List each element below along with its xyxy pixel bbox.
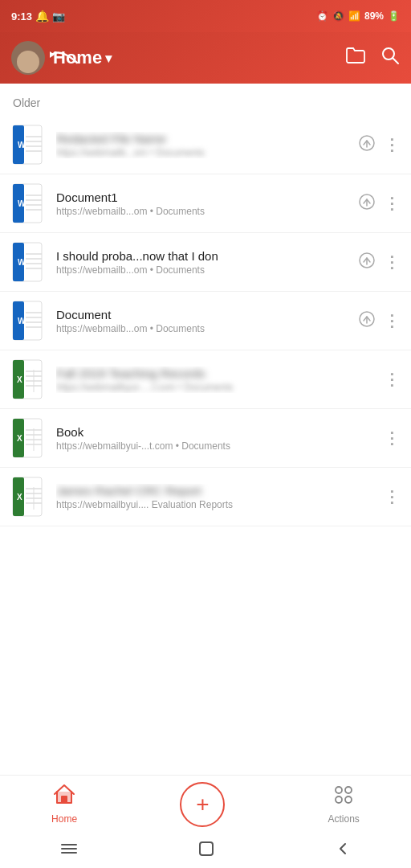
svg-text:X: X	[17, 493, 22, 502]
more-options-icon[interactable]: ⋮	[384, 311, 400, 330]
file-info: I should proba...now that I don https://…	[56, 249, 348, 276]
status-left: 9:13 🔔 📷	[11, 10, 65, 23]
home-icon	[53, 784, 75, 810]
actions-icon	[332, 784, 355, 810]
file-actions: ⋮	[358, 134, 400, 156]
header-left: Home ▾	[11, 41, 345, 75]
svg-text:X: X	[17, 375, 22, 384]
svg-rect-71	[200, 842, 213, 855]
svg-rect-63	[61, 796, 67, 803]
file-name: I should proba...now that I don	[56, 249, 265, 263]
svg-text:W: W	[18, 317, 26, 326]
screenshot-icon: 📷	[52, 10, 65, 23]
system-nav-bar	[0, 833, 411, 868]
file-info: Fall 2019 Teaching Records https://webma…	[56, 366, 374, 393]
actions-nav-label: Actions	[328, 813, 360, 825]
more-options-icon[interactable]: ⋮	[384, 487, 400, 506]
more-options-icon[interactable]: ⋮	[384, 252, 400, 272]
file-actions: ⋮	[358, 310, 400, 332]
svg-text:W: W	[18, 141, 26, 149]
alarm-icon: ⏰	[316, 10, 328, 22]
file-actions: ⋮	[358, 252, 400, 273]
file-actions: ⋮	[384, 370, 400, 389]
list-item[interactable]: X Book https://webmailbyui-...t.com • Do…	[0, 409, 411, 468]
back-button[interactable]	[335, 841, 351, 861]
header-title[interactable]: Home ▾	[53, 47, 112, 68]
svg-point-65	[345, 787, 352, 793]
more-options-icon[interactable]: ⋮	[384, 370, 400, 389]
file-sub: https://webmailbyui-...t.com • Documents	[56, 440, 281, 452]
file-sub: https://webmailb...om • Documents	[56, 206, 281, 217]
file-name: Document	[56, 308, 265, 321]
search-icon[interactable]	[380, 46, 400, 70]
file-name: James Rachel CRC Report	[56, 484, 265, 497]
bottom-nav: Home + Actions	[0, 775, 411, 833]
more-options-icon[interactable]: ⋮	[384, 428, 400, 448]
word-file-icon: W	[11, 182, 47, 224]
file-actions: ⋮	[384, 428, 400, 448]
more-options-icon[interactable]: ⋮	[384, 135, 400, 154]
list-item[interactable]: W Redacted File Name https://webmailb...…	[0, 116, 411, 174]
file-name: Redacted File Name	[56, 132, 265, 145]
signal-icon: 📶	[348, 10, 360, 22]
status-bar: 9:13 🔔 📷 ⏰ 🔕 📶 89% 🔋	[0, 0, 411, 32]
mute-icon: 🔕	[332, 10, 344, 22]
battery-display: 89%	[364, 10, 384, 22]
title-text: Home	[53, 47, 102, 68]
file-actions: ⋮	[384, 487, 400, 506]
add-plus-icon: +	[196, 793, 209, 816]
file-actions: ⋮	[358, 193, 400, 215]
folder-icon[interactable]	[345, 47, 366, 69]
nav-add-button[interactable]: +	[180, 782, 225, 827]
svg-point-67	[345, 796, 352, 803]
list-item[interactable]: W I should proba...now that I don https:…	[0, 233, 411, 292]
file-name: Book	[56, 425, 265, 439]
upload-icon[interactable]	[358, 252, 376, 273]
list-item[interactable]: W Document1 https://webmailb...om • Docu…	[0, 174, 411, 233]
svg-text:W: W	[18, 258, 26, 267]
list-item[interactable]: W Document https://webmailb...om • Docum…	[0, 292, 411, 350]
file-info: Redacted File Name https://webmailb...om…	[56, 132, 348, 158]
svg-line-2	[393, 58, 398, 63]
svg-point-66	[336, 796, 342, 803]
home-button[interactable]	[197, 840, 215, 862]
excel-file-icon: X	[11, 358, 47, 400]
file-info: Document https://webmailb...om • Documen…	[56, 308, 348, 334]
header-icons	[345, 46, 400, 70]
list-item[interactable]: X Fall 2019 Teaching Records https://web…	[0, 350, 411, 409]
header: Home ▾	[0, 32, 411, 84]
svg-text:X: X	[17, 434, 22, 443]
file-name: Fall 2019 Teaching Records	[56, 366, 265, 380]
section-older-label: Older	[0, 84, 411, 116]
upload-icon[interactable]	[358, 193, 376, 215]
file-info: James Rachel CRC Report https://webmailb…	[56, 484, 374, 510]
upload-icon[interactable]	[358, 310, 376, 332]
avatar[interactable]	[11, 41, 45, 75]
file-name: Document1	[56, 190, 265, 204]
file-sub: https://webmailbyui-....t.com • Document…	[56, 382, 281, 393]
excel-file-icon: X	[11, 417, 47, 459]
upload-icon[interactable]	[358, 134, 376, 156]
home-nav-label: Home	[51, 813, 77, 825]
file-sub: https://webmailb...om • Documents	[56, 323, 281, 334]
word-file-icon: W	[11, 124, 47, 166]
svg-point-64	[336, 787, 342, 793]
file-list: W Redacted File Name https://webmailb...…	[0, 116, 411, 526]
list-item[interactable]: X James Rachel CRC Report https://webmai…	[0, 468, 411, 526]
word-file-icon: W	[11, 300, 47, 342]
more-options-icon[interactable]: ⋮	[384, 194, 400, 213]
file-info: Document1 https://webmailb...om • Docume…	[56, 190, 348, 217]
file-sub: https://webmailbyui.... Evaluation Repor…	[56, 499, 281, 510]
menu-button[interactable]	[60, 842, 78, 859]
dropdown-arrow-icon: ▾	[105, 51, 112, 66]
excel-file-icon: X	[11, 476, 47, 518]
nav-home[interactable]: Home	[51, 784, 77, 825]
file-info: Book https://webmailbyui-...t.com • Docu…	[56, 425, 374, 452]
battery-icon: 🔋	[388, 10, 400, 22]
notification-bell: 🔔	[35, 10, 49, 23]
file-sub: https://webmailb...om • Documents	[56, 147, 281, 158]
nav-actions[interactable]: Actions	[328, 784, 360, 825]
time-display: 9:13	[11, 10, 32, 23]
word-file-icon: W	[11, 241, 47, 283]
avatar-face	[17, 51, 39, 73]
